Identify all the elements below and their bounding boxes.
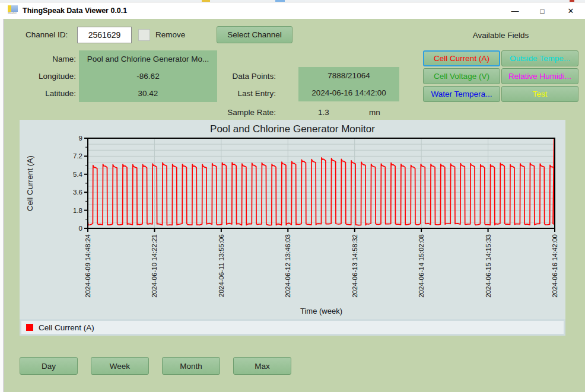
svg-text:5.4: 5.4 <box>73 171 83 178</box>
data-stats-box: 7888/21064 2024-06-16 14:42:00 <box>298 67 399 101</box>
last-entry-value: 2024-06-16 14:42:00 <box>298 84 399 101</box>
svg-text:0: 0 <box>79 225 82 232</box>
field-button-5[interactable]: Water Tempera... <box>423 86 500 102</box>
thingspeak-data-viewer-window: Weather ThingSpeak Data Viewer 0.0.1 — □… <box>0 0 585 392</box>
field-button-2[interactable]: Outside Tempe... <box>501 50 578 66</box>
field-button-4[interactable]: Relative Humidi... <box>501 68 578 84</box>
cell-current-plot: 01.83.65.47.292024-06-09 14:48:242024-06… <box>20 120 565 319</box>
remove-checkbox[interactable] <box>138 29 150 41</box>
x-tick-label: 2024-06-15 14:15:33 <box>485 234 492 298</box>
background-window-strip <box>0 0 585 2</box>
range-button-day[interactable]: Day <box>20 357 78 375</box>
channel-id-label: Channel ID: <box>26 30 68 39</box>
x-tick-label: 2024-06-13 14:58:32 <box>351 234 358 298</box>
app-icon: Weather <box>8 5 18 15</box>
sample-rate-value: 1.3 <box>318 108 329 117</box>
x-tick-label: 2024-06-09 14:48:24 <box>84 234 91 297</box>
app-body: Channel ID: Remove Select Channel Availa… <box>0 19 585 392</box>
field-button-1[interactable]: Cell Current (A) <box>423 50 500 66</box>
range-button-month[interactable]: Month <box>162 357 220 375</box>
legend-label: Cell Current (A) <box>39 323 94 332</box>
x-tick-label: 2024-06-16 14:42:00 <box>551 234 558 298</box>
close-button[interactable]: ✕ <box>559 3 583 19</box>
sample-rate-label: Sample Rate: <box>196 108 276 117</box>
remove-label: Remove <box>155 30 185 39</box>
window-title: ThingSpeak Data Viewer 0.0.1 <box>23 7 127 15</box>
x-tick-label: 2024-06-10 14:22:21 <box>151 234 158 298</box>
longitude-label: Longitude: <box>0 72 76 81</box>
x-tick-label: 2024-06-12 13:46:03 <box>284 234 291 298</box>
range-buttons: DayWeekMonthMax <box>20 357 376 375</box>
range-button-week[interactable]: Week <box>91 357 149 375</box>
data-points-label: Data Points: <box>196 72 276 81</box>
background-icon <box>570 0 574 2</box>
select-channel-button[interactable]: Select Channel <box>217 26 292 43</box>
svg-text:3.6: 3.6 <box>73 189 82 196</box>
x-tick-label: 2024-06-11 13:55:06 <box>218 234 225 297</box>
svg-text:1.8: 1.8 <box>73 207 82 214</box>
channel-name-value: Pool and Chlorine Generator Mo... <box>79 50 217 68</box>
field-button-6[interactable]: Test <box>501 86 578 102</box>
sample-rate-unit: mn <box>369 108 380 117</box>
channel-id-input[interactable] <box>77 27 132 43</box>
name-label: Name: <box>0 55 76 63</box>
background-icon <box>275 0 285 2</box>
field-button-3[interactable]: Cell Voltage (V) <box>423 68 500 84</box>
minimize-button[interactable]: — <box>503 3 527 19</box>
last-entry-label: Last Entry: <box>196 89 276 98</box>
title-bar: Weather ThingSpeak Data Viewer 0.0.1 — □… <box>0 3 585 19</box>
x-tick-label: 2024-06-14 15:02:08 <box>418 234 425 298</box>
chart-legend: Cell Current (A) <box>20 319 565 336</box>
background-icon <box>202 0 210 2</box>
chart-panel: Pool and Chlorine Generator Monitor Cell… <box>20 120 565 336</box>
legend-swatch-cell-current <box>26 324 33 331</box>
svg-text:7.2: 7.2 <box>73 152 82 160</box>
x-axis-label: Time (week) <box>300 307 342 315</box>
maximize-button[interactable]: □ <box>530 3 554 19</box>
latitude-label: Latitude: <box>0 89 76 98</box>
available-fields-heading: Available Fields <box>423 31 578 40</box>
range-button-max[interactable]: Max <box>233 357 291 375</box>
data-points-value: 7888/21064 <box>298 67 399 84</box>
svg-text:9: 9 <box>79 135 82 142</box>
